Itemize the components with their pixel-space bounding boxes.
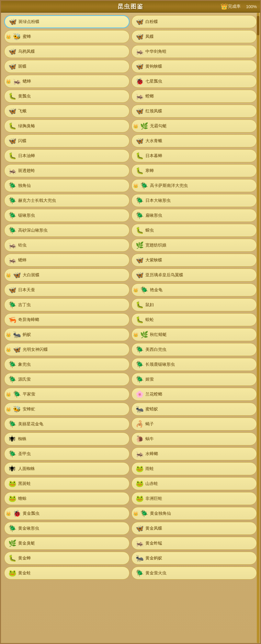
insect-icon: 🦗 — [135, 47, 144, 56]
insect-item[interactable]: 🦋黄钩蛱蝶 — [131, 60, 257, 73]
insect-item[interactable]: 👑🌿秋红蜻蜓 — [131, 328, 257, 341]
insect-item[interactable]: 🌿黄金臭蜓 — [4, 537, 130, 550]
insect-item[interactable]: 🐸蟾蜍 — [4, 492, 130, 505]
insect-name: 奇异海蟑螂 — [18, 317, 39, 323]
insect-icon: 🕷 — [8, 464, 17, 473]
insect-item[interactable]: 🐛黄金蝉 — [4, 552, 130, 565]
insect-item[interactable]: 🪲长颈鹿锯锹形虫 — [131, 358, 257, 371]
insect-icon: 🌿 — [8, 539, 17, 548]
insect-name: 光明女神闪蝶 — [23, 347, 48, 352]
insect-icon: 🪲 — [8, 375, 17, 384]
insect-item[interactable]: 🐛蜈蚣 — [131, 313, 257, 326]
scroll-thumb[interactable] — [257, 16, 259, 35]
insect-item[interactable]: 🪲吉丁虫 — [4, 298, 130, 311]
insect-item[interactable]: 🦋斑绿点粉蝶 — [4, 15, 130, 28]
insect-item[interactable]: 🦋凤蝶 — [131, 30, 257, 43]
insect-item[interactable]: 🐛日本油蝉 — [4, 149, 130, 162]
insect-name: 红颈凤蝶 — [145, 108, 162, 114]
insect-item[interactable]: 🦂蝎子 — [131, 418, 257, 431]
insect-name: 黄金锹形虫 — [18, 525, 39, 531]
insect-item[interactable]: 👑🌿无霸勾蜓 — [131, 120, 257, 132]
insect-name: 艳金龟 — [150, 287, 163, 293]
insect-item[interactable]: 🦋黄金凤蝶 — [131, 522, 257, 535]
crown-icon: 👑 — [6, 392, 11, 397]
insect-item[interactable]: 👑🦋大白斑蝶 — [4, 269, 130, 282]
insect-item[interactable]: 🐞七星瓢虫 — [131, 75, 257, 88]
insect-name: 雨蛙 — [145, 466, 154, 472]
insect-item[interactable]: 👑🦋光明女神闪蝶 — [4, 343, 130, 356]
insect-icon: 🪲 — [135, 345, 144, 354]
insect-item[interactable]: 👑🐜蚂蚁 — [4, 328, 130, 341]
insect-item[interactable]: 🦐奇异海蟑螂 — [4, 313, 130, 326]
insect-item[interactable]: 🦗斑透翅蛉 — [4, 164, 130, 177]
insect-item[interactable]: 👑🪲高卡萨斯南洋大兜虫 — [131, 179, 257, 192]
insect-item[interactable]: 🪲圣甲虫 — [4, 447, 130, 460]
insect-item[interactable]: 🦋大紫蛱蝶 — [131, 254, 257, 267]
insect-item[interactable]: 👑🪲平家萤 — [4, 388, 130, 401]
insect-item[interactable]: 👑🐝蜜蜂 — [4, 30, 130, 43]
insect-item[interactable]: 👑🐝安蜂虻 — [4, 403, 130, 416]
insect-item[interactable]: 🐛日本暮蝉 — [131, 149, 257, 162]
insect-item[interactable]: 🪲锯锹形虫 — [4, 209, 130, 222]
insect-item[interactable]: 🐸非洲巨蛙 — [131, 492, 257, 505]
insect-item[interactable]: 👑🐞黄金瓢虫 — [4, 507, 130, 520]
insect-name: 日本暮蝉 — [145, 153, 162, 159]
insect-item[interactable]: 🐸黑斑蛙 — [4, 477, 130, 490]
insect-item[interactable]: 🪲扁锹形虫 — [131, 209, 257, 222]
insect-item[interactable]: 🪲赫克力士长戟大兜虫 — [4, 194, 130, 207]
scroll-bar[interactable] — [257, 13, 259, 643]
insect-item[interactable]: 🐜蜜蜡蚁 — [131, 403, 257, 416]
insect-item[interactable]: 🦋斑蝶 — [4, 60, 130, 73]
insect-item[interactable]: 🦋白粉蝶 — [131, 15, 257, 28]
insect-item[interactable]: 🦗中华剑角蝗 — [131, 45, 257, 58]
insect-item[interactable]: 🐛黄瓢虫 — [4, 90, 130, 103]
insect-item[interactable]: 🦋乌鸦凤蝶 — [4, 45, 130, 58]
insect-item[interactable]: 🦋飞蛾 — [4, 105, 130, 118]
insect-item[interactable]: 🪲美西白兜虫 — [131, 343, 257, 356]
insect-item[interactable]: 🦗螳螂 — [131, 90, 257, 103]
insect-name: 大白斑蝶 — [23, 272, 40, 278]
insect-item[interactable]: 🦋闪蝶 — [4, 134, 130, 147]
insect-name: 象兜虫 — [18, 362, 31, 367]
insect-item[interactable]: 🪲美丽星花金龟 — [4, 418, 130, 431]
insect-icon: 🌸 — [135, 390, 144, 399]
insect-item[interactable]: 🦗蟋蟀 — [4, 254, 130, 267]
insect-item[interactable]: 🌿宽翅纺织娘 — [131, 239, 257, 252]
insect-item[interactable]: 🐛寒蝉 — [131, 164, 257, 177]
insect-item[interactable]: 🐸雨蛙 — [131, 462, 257, 475]
insect-item[interactable]: 🐛绿胸臭蝽 — [4, 120, 130, 132]
insect-item[interactable]: 🪲黄金锹形虫 — [4, 522, 130, 535]
header-title: 昆虫图鉴 — [118, 3, 143, 10]
insect-item[interactable]: 🦗水蟑螂 — [131, 447, 257, 460]
insect-item[interactable]: 🦋日本天蚕 — [4, 283, 130, 296]
insect-item[interactable]: 🪲高砂深山锹形虫 — [4, 224, 130, 237]
insect-item[interactable]: 🐌蜗牛 — [131, 432, 257, 445]
insect-item[interactable]: 🪲源氏萤 — [4, 373, 130, 386]
insect-name: 中华剑角蝗 — [145, 49, 166, 54]
insect-item[interactable]: 🦗黄金蚱蜢 — [131, 537, 257, 550]
insect-item[interactable]: 🪲姬萤 — [131, 373, 257, 386]
crown-icon: 👑 — [133, 124, 138, 129]
insect-item[interactable]: 🦋亚历璃卓皇后鸟翼蝶 — [131, 269, 257, 282]
insect-icon: 🐞 — [12, 509, 21, 518]
insect-item[interactable]: 🐸山赤蛙 — [131, 477, 257, 490]
insect-item[interactable]: 🦗铃虫 — [4, 239, 130, 252]
insect-item[interactable]: 🪲日本大锹形虫 — [131, 194, 257, 207]
insect-item[interactable]: 🐜黄金蚂蚁 — [131, 552, 257, 565]
insect-item[interactable]: 🪲黄金萤火虫 — [131, 567, 257, 580]
insect-item[interactable]: 🕷人面蜘蛛 — [4, 462, 130, 475]
insect-item[interactable]: 🦋大水青蛾 — [131, 134, 257, 147]
insect-item[interactable]: 🐸黄金蛙 — [4, 567, 130, 580]
insect-item[interactable]: 👑🪲艳金龟 — [131, 283, 257, 296]
insect-item[interactable]: 🦋红颈凤蝶 — [131, 105, 257, 118]
insect-item[interactable]: 🐛鼠妇 — [131, 298, 257, 311]
insect-item[interactable]: 👑🪲黄金独角仙 — [131, 507, 257, 520]
insect-item[interactable]: 🕷蜘蛛 — [4, 432, 130, 445]
insect-item[interactable]: 🌸兰花螳螂 — [131, 388, 257, 401]
insect-item[interactable]: 👑🦗蟋蟀 — [4, 75, 130, 88]
insect-item[interactable]: 🪲独角仙 — [4, 179, 130, 192]
insect-item[interactable]: 🐛蝾虫 — [131, 224, 257, 237]
insect-item[interactable]: 🪲象兜虫 — [4, 358, 130, 371]
insect-icon: 🐛 — [135, 166, 144, 175]
crown-icon: 👑 — [133, 511, 138, 516]
